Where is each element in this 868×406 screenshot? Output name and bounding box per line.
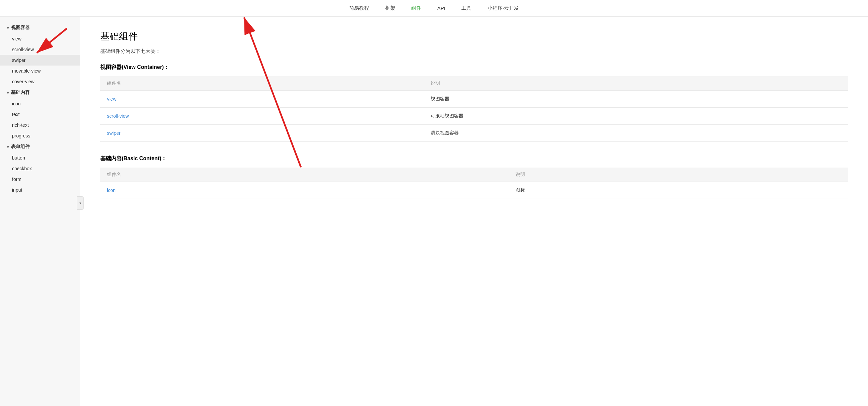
column-header-desc: 说明: [424, 76, 848, 91]
table-row: view 视图容器: [100, 91, 848, 108]
sidebar-category-viewcontainer[interactable]: ∨ 视图容器: [0, 22, 80, 33]
sidebar-category-label-3: 表单组件: [11, 144, 30, 150]
sidebar-category-label-2: 基础内容: [11, 90, 30, 96]
sidebar-item-checkbox[interactable]: checkbox: [0, 163, 80, 174]
component-desc-cell: 滑块视图容器: [424, 125, 848, 142]
chevron-down-icon-2: ∨: [7, 91, 9, 95]
page-title: 基础组件: [100, 30, 848, 43]
chevron-down-icon-3: ∨: [7, 145, 9, 149]
sidebar-category-form[interactable]: ∨ 表单组件: [0, 141, 80, 153]
component-link-view[interactable]: view: [107, 96, 116, 102]
column-header-name: 组件名: [100, 76, 424, 91]
nav-item-components[interactable]: 组件: [411, 4, 421, 13]
component-name-cell: icon: [100, 182, 509, 199]
sidebar-item-cover-view[interactable]: cover-view: [0, 76, 80, 87]
sidebar-item-scroll-view[interactable]: scroll-view: [0, 44, 80, 55]
sidebar-item-movable-view[interactable]: movable-view: [0, 66, 80, 76]
column-header-name-2: 组件名: [100, 167, 509, 182]
sidebar-item-view[interactable]: view: [0, 33, 80, 44]
sidebar-item-rich-text[interactable]: rich-text: [0, 120, 80, 130]
column-header-desc-2: 说明: [509, 167, 848, 182]
view-container-table: 组件名 说明 view 视图容器 scroll-view 可滚动视图容器 swi…: [100, 76, 848, 142]
nav-item-miniprogram[interactable]: 小程序·云开发: [488, 4, 519, 13]
nav-item-tutorial[interactable]: 简易教程: [349, 4, 369, 13]
sidebar-item-button[interactable]: button: [0, 153, 80, 163]
component-link-icon[interactable]: icon: [107, 188, 116, 193]
component-name-cell: view: [100, 91, 424, 108]
sidebar: ∨ 视图容器 view scroll-view swiper movable-v…: [0, 17, 80, 406]
component-desc-cell: 视图容器: [424, 91, 848, 108]
nav-item-tools[interactable]: 工具: [461, 4, 471, 13]
top-navigation: 简易教程 框架 组件 API 工具 小程序·云开发: [0, 0, 868, 17]
component-desc-cell: 可滚动视图容器: [424, 108, 848, 125]
sidebar-item-text[interactable]: text: [0, 109, 80, 120]
collapse-icon: <: [79, 201, 81, 205]
table-header-row: 组件名 说明: [100, 76, 848, 91]
basic-content-table: 组件名 说明 icon 图标: [100, 167, 848, 199]
sidebar-category-label: 视图容器: [11, 25, 30, 31]
table-row: swiper 滑块视图容器: [100, 125, 848, 142]
component-link-scroll-view[interactable]: scroll-view: [107, 113, 129, 119]
sidebar-item-form[interactable]: form: [0, 174, 80, 185]
page-layout: ∨ 视图容器 view scroll-view swiper movable-v…: [0, 17, 868, 406]
main-content: 基础组件 基础组件分为以下七大类： 视图容器(View Container)： …: [80, 17, 868, 406]
sidebar-item-icon[interactable]: icon: [0, 98, 80, 109]
sidebar-collapse-button[interactable]: <: [77, 196, 84, 210]
component-link-swiper[interactable]: swiper: [107, 130, 120, 136]
section-heading-basiccontent: 基础内容(Basic Content)：: [100, 155, 848, 162]
table-header-row-2: 组件名 说明: [100, 167, 848, 182]
section-heading-viewcontainer: 视图容器(View Container)：: [100, 64, 848, 71]
component-name-cell: swiper: [100, 125, 424, 142]
page-description: 基础组件分为以下七大类：: [100, 48, 848, 55]
sidebar-item-input[interactable]: input: [0, 185, 80, 195]
nav-item-framework[interactable]: 框架: [385, 4, 395, 13]
component-desc-cell: 图标: [509, 182, 848, 199]
sidebar-category-basiccontent[interactable]: ∨ 基础内容: [0, 87, 80, 98]
component-name-cell: scroll-view: [100, 108, 424, 125]
table-row: scroll-view 可滚动视图容器: [100, 108, 848, 125]
sidebar-item-progress[interactable]: progress: [0, 130, 80, 141]
sidebar-item-swiper[interactable]: swiper: [0, 55, 80, 66]
nav-item-api[interactable]: API: [437, 4, 445, 12]
table-row: icon 图标: [100, 182, 848, 199]
chevron-down-icon: ∨: [7, 26, 9, 30]
